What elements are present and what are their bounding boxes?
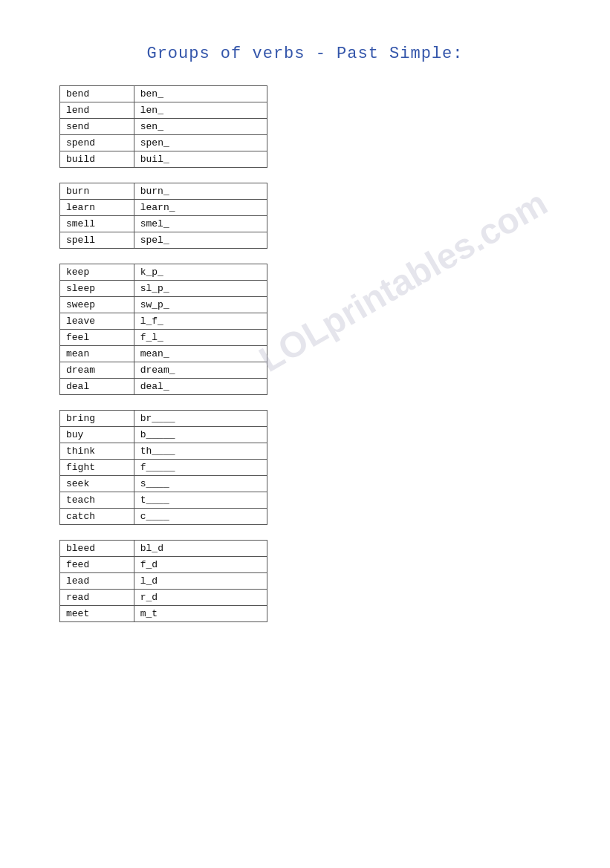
past-cell: spel_ xyxy=(134,232,267,249)
table-row: dreamdream_ xyxy=(60,362,267,379)
verb-cell: lead xyxy=(60,573,134,590)
past-cell: sen_ xyxy=(134,119,267,135)
verb-cell: think xyxy=(60,443,134,460)
verb-group-table-5: bleedbl_dfeedf_dleadl_dreadr_dmeetm_t xyxy=(59,540,267,622)
table-row: spendspen_ xyxy=(60,135,267,151)
verb-cell: leave xyxy=(60,313,134,330)
past-cell: k_p_ xyxy=(134,264,267,281)
verb-cell: spend xyxy=(60,135,134,151)
tables-container: bendben_lendlen_sendsen_spendspen_buildb… xyxy=(59,85,551,622)
past-cell: b_____ xyxy=(134,427,267,443)
verb-cell: catch xyxy=(60,509,134,525)
past-cell: ben_ xyxy=(134,86,267,102)
table-row: seeks____ xyxy=(60,476,267,492)
past-cell: buil_ xyxy=(134,151,267,168)
past-cell: sw_p_ xyxy=(134,297,267,313)
past-cell: burn_ xyxy=(134,183,267,200)
table-row: learnlearn_ xyxy=(60,200,267,216)
verb-cell: send xyxy=(60,119,134,135)
verb-cell: mean xyxy=(60,346,134,362)
past-cell: m_t xyxy=(134,606,267,622)
verb-cell: build xyxy=(60,151,134,168)
table-row: bringbr____ xyxy=(60,411,267,427)
table-row: smellsmel_ xyxy=(60,216,267,232)
verb-cell: lend xyxy=(60,102,134,119)
past-cell: sl_p_ xyxy=(134,281,267,297)
verb-cell: bleed xyxy=(60,541,134,557)
table-row: bendben_ xyxy=(60,86,267,102)
past-cell: c____ xyxy=(134,509,267,525)
verb-cell: read xyxy=(60,590,134,606)
verb-cell: learn xyxy=(60,200,134,216)
table-row: readr_d xyxy=(60,590,267,606)
table-row: thinkth____ xyxy=(60,443,267,460)
table-row: feedf_d xyxy=(60,557,267,573)
table-row: sweepsw_p_ xyxy=(60,297,267,313)
verb-cell: seek xyxy=(60,476,134,492)
verb-group-table-1: bendben_lendlen_sendsen_spendspen_buildb… xyxy=(59,85,267,168)
verb-cell: meet xyxy=(60,606,134,622)
verb-cell: spell xyxy=(60,232,134,249)
past-cell: l_f_ xyxy=(134,313,267,330)
verb-cell: feel xyxy=(60,330,134,346)
table-row: sleepsl_p_ xyxy=(60,281,267,297)
verb-cell: teach xyxy=(60,492,134,509)
past-cell: smel_ xyxy=(134,216,267,232)
past-cell: l_d xyxy=(134,573,267,590)
past-cell: bl_d xyxy=(134,541,267,557)
verb-cell: dream xyxy=(60,362,134,379)
verb-cell: burn xyxy=(60,183,134,200)
past-cell: deal_ xyxy=(134,379,267,395)
table-row: catchc____ xyxy=(60,509,267,525)
table-row: bleedbl_d xyxy=(60,541,267,557)
table-row: feelf_l_ xyxy=(60,330,267,346)
past-cell: f_d xyxy=(134,557,267,573)
table-row: buildbuil_ xyxy=(60,151,267,168)
past-cell: dream_ xyxy=(134,362,267,379)
table-row: dealdeal_ xyxy=(60,379,267,395)
past-cell: s____ xyxy=(134,476,267,492)
verb-cell: bring xyxy=(60,411,134,427)
table-row: keepk_p_ xyxy=(60,264,267,281)
past-cell: len_ xyxy=(134,102,267,119)
past-cell: mean_ xyxy=(134,346,267,362)
verb-cell: fight xyxy=(60,460,134,476)
verb-cell: smell xyxy=(60,216,134,232)
past-cell: th____ xyxy=(134,443,267,460)
verb-group-table-3: keepk_p_sleepsl_p_sweepsw_p_leavel_f_fee… xyxy=(59,264,267,395)
verb-cell: buy xyxy=(60,427,134,443)
verb-cell: sweep xyxy=(60,297,134,313)
page-title: Groups of verbs - Past Simple: xyxy=(59,45,551,63)
past-cell: r_d xyxy=(134,590,267,606)
table-row: lendlen_ xyxy=(60,102,267,119)
past-cell: spen_ xyxy=(134,135,267,151)
verb-cell: feed xyxy=(60,557,134,573)
table-row: spellspel_ xyxy=(60,232,267,249)
verb-group-table-2: burnburn_learnlearn_smellsmel_spellspel_ xyxy=(59,183,267,249)
past-cell: f_____ xyxy=(134,460,267,476)
verb-group-table-4: bringbr____buyb_____thinkth____fightf___… xyxy=(59,410,267,525)
verb-cell: sleep xyxy=(60,281,134,297)
past-cell: learn_ xyxy=(134,200,267,216)
table-row: meetm_t xyxy=(60,606,267,622)
verb-cell: bend xyxy=(60,86,134,102)
verb-cell: deal xyxy=(60,379,134,395)
table-row: teacht____ xyxy=(60,492,267,509)
table-row: leavel_f_ xyxy=(60,313,267,330)
table-row: leadl_d xyxy=(60,573,267,590)
table-row: burnburn_ xyxy=(60,183,267,200)
table-row: meanmean_ xyxy=(60,346,267,362)
table-row: buyb_____ xyxy=(60,427,267,443)
past-cell: br____ xyxy=(134,411,267,427)
verb-cell: keep xyxy=(60,264,134,281)
past-cell: f_l_ xyxy=(134,330,267,346)
table-row: fightf_____ xyxy=(60,460,267,476)
table-row: sendsen_ xyxy=(60,119,267,135)
past-cell: t____ xyxy=(134,492,267,509)
